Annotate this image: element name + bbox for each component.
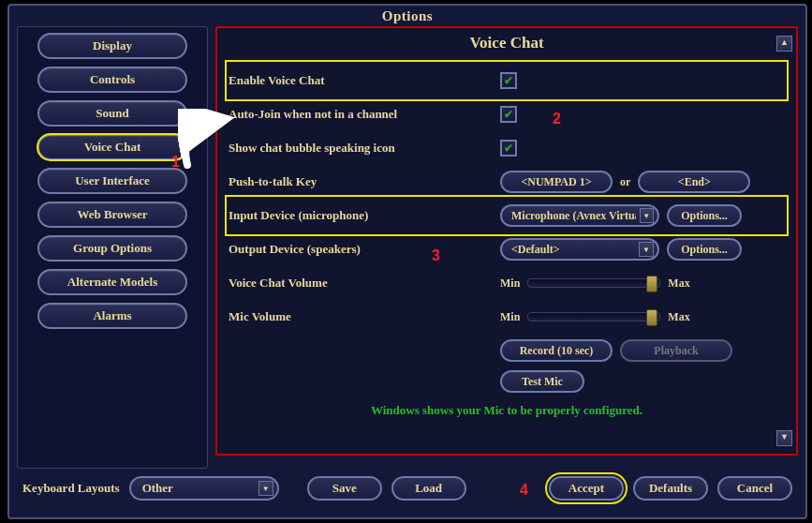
ptt-primary-key[interactable]: <NUMPAD 1> — [500, 171, 613, 193]
sidebar-item-web-browser[interactable]: Web Browser — [37, 202, 187, 228]
output-device-select[interactable]: <Default> ▼ — [500, 238, 659, 261]
keyboard-layouts-select[interactable]: Other ▼ — [129, 476, 279, 501]
sidebar-item-user-interface[interactable]: User Interface — [37, 168, 187, 194]
ptt-secondary-key[interactable]: <End> — [638, 171, 750, 193]
record-button[interactable]: Record (10 sec) — [500, 339, 613, 362]
ptt-or-text: or — [620, 175, 630, 189]
row-auto-join: Auto-Join when not in a channel ✔ — [229, 97, 785, 131]
slider-thumb[interactable] — [646, 309, 657, 326]
dropdown-caret-icon: ▼ — [639, 242, 654, 257]
voice-chat-volume-slider[interactable] — [527, 278, 660, 288]
mic-volume-label: Mic Volume — [229, 309, 500, 324]
voice-chat-panel: ▲ ▼ Voice Chat Enable Voice Chat ✔ Auto-… — [215, 26, 798, 456]
panel-title: Voice Chat — [229, 34, 785, 52]
input-device-options-button[interactable]: Options... — [667, 204, 742, 227]
mic-volume-slider[interactable] — [527, 312, 660, 321]
defaults-button[interactable]: Defaults — [633, 476, 708, 501]
row-input-device: Input Device (microphone) Microphone (Av… — [229, 199, 785, 232]
output-device-value: <Default> — [511, 243, 560, 257]
vc-volume-max: Max — [668, 276, 689, 291]
auto-join-label: Auto-Join when not in a channel — [229, 107, 500, 122]
output-device-label: Output Device (speakers) — [229, 242, 500, 257]
window-title: Options — [9, 6, 805, 26]
slider-thumb[interactable] — [646, 276, 657, 292]
row-enable-voice-chat: Enable Voice Chat ✔ — [229, 64, 785, 97]
save-button[interactable]: Save — [307, 476, 382, 501]
bottom-bar: Keyboard Layouts Other ▼ Save Load Accep… — [9, 469, 805, 504]
chat-bubble-checkbox[interactable]: ✔ — [500, 140, 517, 157]
sidebar-item-sound[interactable]: Sound — [37, 100, 187, 127]
options-window: Options Display Controls Sound Voice Cha… — [7, 4, 807, 519]
chat-bubble-label: Show chat bubble speaking icon — [229, 141, 500, 156]
sidebar-item-alarms[interactable]: Alarms — [37, 303, 187, 329]
voice-chat-volume-label: Voice Chat Volume — [229, 276, 500, 291]
input-device-value: Microphone (Avnex Virtua — [511, 209, 636, 223]
scroll-down-button[interactable]: ▼ — [776, 430, 792, 446]
row-output-device: Output Device (speakers) <Default> ▼ Opt… — [229, 232, 785, 266]
row-voice-chat-volume: Voice Chat Volume Min Max — [229, 266, 785, 300]
input-device-label: Input Device (microphone) — [229, 208, 500, 223]
sidebar-item-display[interactable]: Display — [37, 33, 187, 59]
row-mic-volume: Mic Volume Min Max — [229, 300, 785, 334]
keyboard-layouts-label: Keyboard Layouts — [22, 481, 120, 496]
auto-join-checkbox[interactable]: ✔ — [500, 106, 517, 123]
input-device-select[interactable]: Microphone (Avnex Virtua ▼ — [500, 204, 659, 227]
options-sidebar: Display Controls Sound Voice Chat User I… — [17, 26, 208, 469]
row-test-mic: Test Mic — [229, 367, 785, 396]
enable-voice-chat-label: Enable Voice Chat — [229, 73, 500, 88]
playback-button[interactable]: Playback — [620, 339, 732, 362]
dropdown-caret-icon: ▼ — [258, 481, 273, 496]
mic-volume-max: Max — [668, 310, 689, 324]
row-ptt: Push-to-talk Key <NUMPAD 1> or <End> — [229, 165, 785, 199]
output-device-options-button[interactable]: Options... — [667, 238, 742, 261]
sidebar-item-voice-chat[interactable]: Voice Chat — [37, 134, 187, 160]
sidebar-item-alternate-models[interactable]: Alternate Models — [37, 269, 187, 295]
cancel-button[interactable]: Cancel — [717, 476, 792, 501]
load-button[interactable]: Load — [391, 476, 466, 501]
sidebar-item-controls[interactable]: Controls — [37, 67, 187, 93]
vc-volume-min: Min — [500, 276, 520, 291]
sidebar-item-group-options[interactable]: Group Options — [37, 235, 187, 262]
mic-volume-min: Min — [500, 310, 520, 324]
row-chat-bubble: Show chat bubble speaking icon ✔ — [229, 131, 785, 165]
keyboard-layouts-value: Other — [142, 481, 173, 496]
row-record-playback: Record (10 sec) Playback — [229, 334, 785, 367]
scroll-up-button[interactable]: ▲ — [776, 36, 792, 52]
test-mic-button[interactable]: Test Mic — [500, 370, 584, 393]
mic-status-text: Windows shows your Mic to be properly co… — [229, 403, 785, 418]
accept-button[interactable]: Accept — [549, 476, 624, 501]
ptt-label: Push-to-talk Key — [229, 174, 500, 189]
enable-voice-chat-checkbox[interactable]: ✔ — [500, 72, 517, 89]
dropdown-caret-icon: ▼ — [640, 208, 654, 223]
